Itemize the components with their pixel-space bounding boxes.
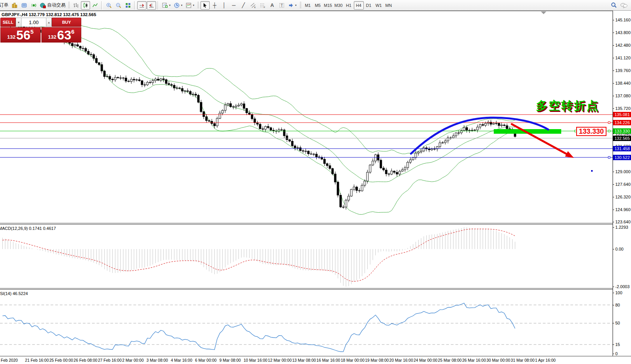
main-price-chart[interactable] [0, 11, 613, 223]
time-axis-label: 19 Mar 08:00 [365, 358, 389, 362]
timeframe-mn-button[interactable]: MN [384, 1, 394, 10]
price-axis-tick: 142.480 [615, 43, 631, 48]
toolbar-drag-handle[interactable] [197, 2, 199, 9]
rsi-label: RSI(14) 46.5224 [0, 291, 28, 296]
market-watch-icon[interactable] [10, 1, 19, 10]
price-axis-tick: 124.960 [615, 207, 631, 212]
buy-price-small: 132 [48, 34, 56, 40]
chevron-down-icon: ▼ [192, 4, 195, 7]
templates-button[interactable]: ▼ [184, 1, 196, 10]
buy-quote-button[interactable]: 132 63 6 [41, 27, 82, 43]
text-label-tool-icon[interactable]: T [277, 1, 286, 10]
volume-increase-button[interactable]: ▲ [46, 18, 52, 27]
time-axis-label: 10 Mar 16:00 [244, 358, 268, 362]
sell-price-big: 56 [16, 30, 31, 41]
fibonacci-tool-icon[interactable]: F [258, 1, 267, 10]
chevron-down-icon: ▼ [181, 4, 183, 7]
timeframe-buttons: M1M5M15M30H1H4D1W1MN [303, 1, 394, 10]
vertical-line-tool-icon[interactable]: │ [220, 1, 229, 10]
time-axis-label: 26 Feb 08:00 [74, 358, 97, 362]
svg-text:T: T [281, 3, 283, 8]
time-axis-label: 12 Mar 00:00 [268, 358, 292, 362]
object-anchor-dot[interactable] [591, 170, 593, 172]
zoom-in-icon[interactable] [104, 1, 113, 10]
price-axis-tick: 126.320 [615, 195, 631, 200]
macd-label: MACD(12,26,9) 0.1741 0.4617 [0, 226, 56, 231]
price-axis-tick: 137.080 [615, 93, 631, 98]
timeframe-h4-button[interactable]: H4 [354, 1, 364, 10]
timeframe-m15-button[interactable]: M15 [323, 1, 333, 10]
time-axis-label: 1 Apr 16:00 [535, 358, 556, 362]
data-window-icon[interactable] [20, 1, 29, 10]
price-axis[interactable]: 145.160143.800142.480141.120139.760138.4… [613, 11, 631, 356]
time-axis-label: 24 Mar 00:00 [414, 358, 437, 362]
trendline-tool-icon[interactable]: ╱ [239, 1, 248, 10]
autotrading-label: 自动交易 [47, 2, 66, 8]
buy-price-sup: 6 [71, 28, 74, 35]
timeframe-w1-button[interactable]: W1 [374, 1, 384, 10]
price-axis-tick: 141.120 [615, 56, 631, 61]
time-axis-label: 9 Mar 08:00 [219, 358, 241, 362]
pane-splitter[interactable] [0, 223, 631, 225]
chevron-down-icon: ▼ [295, 4, 297, 7]
equidistant-channel-tool-icon[interactable]: E [248, 1, 258, 10]
crosshair-tool-icon[interactable]: ┼ [210, 1, 219, 10]
time-axis-label: 21 Feb 16:00 [25, 358, 49, 362]
toolbar: 订单 自动交易 [0, 0, 631, 11]
symbol-ohlc-info: GBPJPY-,H4 132.779 132.812 132.475 132.5… [2, 12, 96, 17]
tile-windows-icon[interactable] [123, 1, 133, 10]
line-chart-type-icon[interactable] [90, 1, 100, 10]
time-axis-label: 25 Feb 00:00 [49, 358, 73, 362]
text-tool-icon[interactable]: A [268, 1, 277, 10]
navigator-icon[interactable] [29, 1, 38, 10]
rsi-indicator-pane[interactable] [0, 290, 613, 356]
timeframe-d1-button[interactable]: D1 [364, 1, 374, 10]
buy-button[interactable]: BUY [52, 18, 81, 27]
chart-shift-icon[interactable] [147, 1, 156, 10]
volume-input[interactable]: 1.00 [21, 18, 46, 27]
arrows-tool-button[interactable]: ▼ [287, 1, 298, 10]
timeframe-m5-button[interactable]: M5 [313, 1, 323, 10]
price-tag-label[interactable]: 133.330 [576, 127, 606, 136]
time-axis-label: 6 Mar 00:00 [195, 358, 217, 362]
rsi-axis-label: 100 [615, 290, 622, 295]
timeframe-m1-button[interactable]: M1 [303, 1, 313, 10]
candlestick-chart-type-icon[interactable] [81, 1, 90, 10]
new-order-button[interactable]: 订单 [0, 1, 10, 10]
chart-annotation-text[interactable]: 多空转折点 [536, 98, 599, 114]
time-axis-label: 3 Mar 08:00 [146, 358, 168, 362]
auto-scroll-icon[interactable] [137, 1, 146, 10]
time-axis-label: 30 Mar 00:00 [486, 358, 510, 362]
time-axis-label: 18 Mar 00:00 [341, 358, 365, 362]
zoom-out-icon[interactable] [114, 1, 123, 10]
search-icon[interactable] [609, 1, 618, 10]
rsi-axis-label: 80 [615, 303, 620, 308]
price-axis-tick: 135.720 [615, 106, 631, 111]
price-axis-tick: 145.160 [615, 18, 631, 23]
volume-decrease-button[interactable]: ▼ [16, 18, 21, 27]
bar-chart-type-icon[interactable] [71, 1, 81, 10]
pane-splitter[interactable] [0, 288, 631, 290]
time-axis[interactable]: Feb 202021 Feb 16:0025 Feb 00:0026 Feb 0… [0, 356, 631, 364]
rsi-axis-label: 0 [615, 351, 618, 356]
timeframe-m30-button[interactable]: M30 [333, 1, 343, 10]
toolbar-drag-handle[interactable] [300, 2, 301, 9]
periods-button[interactable]: ▼ [173, 1, 184, 10]
macd-axis-label: 1.2293 [615, 225, 628, 230]
cursor-tool-icon[interactable] [200, 1, 210, 10]
new-chart-button[interactable]: ▼ [161, 1, 172, 10]
price-axis-tick: 129.000 [615, 169, 631, 174]
price-level-label: 131.458 [613, 146, 631, 151]
macd-axis-label: -2.0003 [615, 284, 629, 289]
toolbar-drag-handle[interactable] [68, 2, 70, 9]
time-axis-label: 27 Feb 16:00 [98, 358, 122, 362]
sell-button[interactable]: SELL [0, 18, 16, 27]
sell-quote-button[interactable]: 132 56 5 [0, 27, 41, 43]
autotrading-button[interactable]: 自动交易 [39, 1, 67, 10]
chat-icon[interactable] [619, 1, 629, 10]
time-axis-label: 4 Mar 16:00 [171, 358, 192, 362]
timeframe-h1-button[interactable]: H1 [344, 1, 354, 10]
time-axis-label: 2 Mar 00:00 [122, 358, 144, 362]
macd-indicator-pane[interactable] [0, 225, 613, 288]
horizontal-line-tool-icon[interactable]: ─ [229, 1, 238, 10]
